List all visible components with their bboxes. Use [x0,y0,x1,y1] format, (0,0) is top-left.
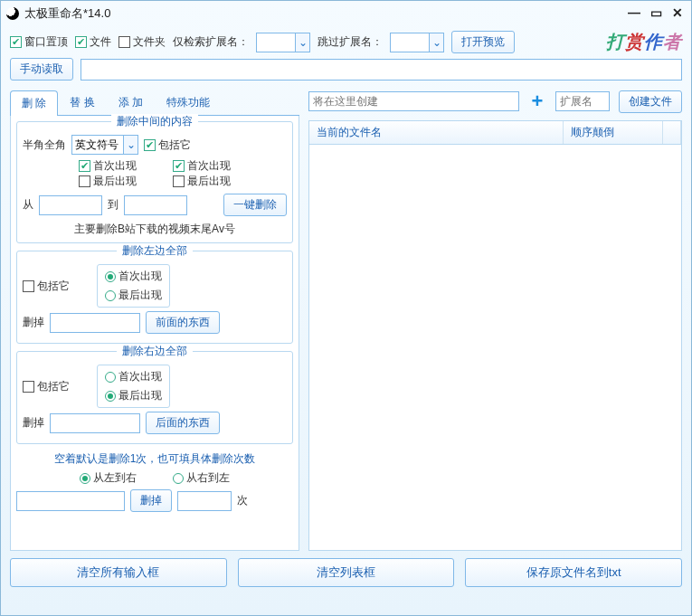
skip-ext-combo[interactable]: ⌄ [390,33,444,52]
tab-delete[interactable]: 删 除 [10,90,58,116]
rtl-radio[interactable]: 从右到左 [173,470,230,486]
bottom-hint: 空着默认是删除1次，也可填具体删除次数 [16,451,293,467]
save-txt-button[interactable]: 保存原文件名到txt [465,558,682,587]
group-left: 删除左边全部 包括它 首次出现 最后出现 删掉 前面的东西 [16,251,293,344]
titlebar: 太极重命名*14.0 — ▭ ✕ [1,1,691,26]
create-file-button[interactable]: 创建文件 [619,90,682,113]
mid-first-right-checkbox[interactable]: ✔首次出现 [173,158,231,174]
mid-first-left-checkbox[interactable]: ✔首次出现 [79,158,137,174]
file-list[interactable] [308,145,682,551]
mid-include-checkbox[interactable]: ✔包括它 [144,137,191,153]
chevron-down-icon[interactable]: ⌄ [429,33,443,52]
mid-note: 主要删除B站下载的视频末尾Av号 [23,222,287,237]
right-last-radio[interactable]: 最后出现 [105,388,162,403]
open-preview-button[interactable]: 打开预览 [451,31,515,53]
pin-checkbox[interactable]: ✔窗口置顶 [10,34,68,50]
only-ext-combo[interactable]: ⌄ [256,33,310,52]
tab-bar: 删 除 替 换 添 加 特殊功能 [10,90,299,116]
left-include-checkbox[interactable]: 包括它 [23,279,70,294]
tab-add[interactable]: 添 加 [107,90,155,115]
left-del-input[interactable] [50,313,140,333]
mid-last-left-checkbox[interactable]: 最后出现 [79,174,137,189]
chevron-down-icon[interactable]: ⌄ [295,33,309,52]
right-del-button[interactable]: 后面的东西 [146,412,220,434]
half-full-label: 半角全角 [23,137,66,153]
window-title: 太极重命名*14.0 [24,5,110,22]
del-button[interactable]: 删掉 [130,489,172,512]
tab-replace[interactable]: 替 换 [58,90,106,115]
left-del-button[interactable]: 前面的东西 [146,311,220,334]
path-input[interactable] [81,59,682,81]
mid-from-input[interactable] [39,195,102,215]
create-here-input[interactable] [308,91,519,111]
left-last-radio[interactable]: 最后出现 [105,288,162,303]
col-spacer [663,121,681,144]
col-reverse[interactable]: 顺序颠倒 [564,121,663,144]
left-first-radio[interactable]: 首次出现 [105,269,162,284]
del-what-input[interactable] [16,491,125,511]
minimize-button[interactable]: — [626,7,642,20]
folder-checkbox[interactable]: 文件夹 [118,34,166,50]
clear-inputs-button[interactable]: 清空所有输入框 [10,558,227,587]
skip-ext-label: 跳过扩展名： [318,34,383,50]
clear-list-button[interactable]: 清空列表框 [238,558,455,587]
group-right: 删除右边全部 包括它 首次出现 最后出现 删掉 后面的东西 [16,351,293,444]
delete-panel: 删除中间的内容 半角全角 ⌄ ✔包括它 ✔首次出现 最后出现 ✔首次出现 最后出… [10,116,299,551]
list-header: 当前的文件名 顺序颠倒 [308,120,682,145]
right-first-radio[interactable]: 首次出现 [105,369,162,384]
plus-icon[interactable]: + [528,90,546,113]
mid-last-right-checkbox[interactable]: 最后出现 [173,174,231,189]
ext-input[interactable] [555,91,610,111]
only-ext-input[interactable] [257,33,295,52]
tab-special[interactable]: 特殊功能 [155,90,222,115]
close-button[interactable]: ✕ [669,7,686,20]
mid-to-input[interactable] [124,195,187,215]
manual-read-button[interactable]: 手动读取 [10,58,73,81]
col-filename[interactable]: 当前的文件名 [309,121,564,144]
file-checkbox[interactable]: ✔文件 [75,34,111,50]
ltr-radio[interactable]: 从左到右 [80,470,137,486]
top-toolbar: ✔窗口置顶 ✔文件 文件夹 仅检索扩展名： ⌄ 跳过扩展名： ⌄ 打开预览 打赏… [1,26,691,58]
chevron-down-icon[interactable]: ⌄ [123,136,137,154]
right-include-checkbox[interactable]: 包括它 [23,379,70,394]
symbol-combo[interactable]: ⌄ [71,135,138,155]
group-middle: 删除中间的内容 半角全角 ⌄ ✔包括它 ✔首次出现 最后出现 ✔首次出现 最后出… [16,121,293,243]
skip-ext-input[interactable] [391,33,429,52]
reward-author-link[interactable]: 打赏作者 [606,30,682,54]
app-icon [6,7,19,20]
one-key-delete-button[interactable]: 一键删除 [223,194,287,216]
only-ext-label: 仅检索扩展名： [173,34,249,50]
right-del-input[interactable] [50,413,140,433]
maximize-button[interactable]: ▭ [648,7,664,20]
del-times-input[interactable] [177,491,232,511]
